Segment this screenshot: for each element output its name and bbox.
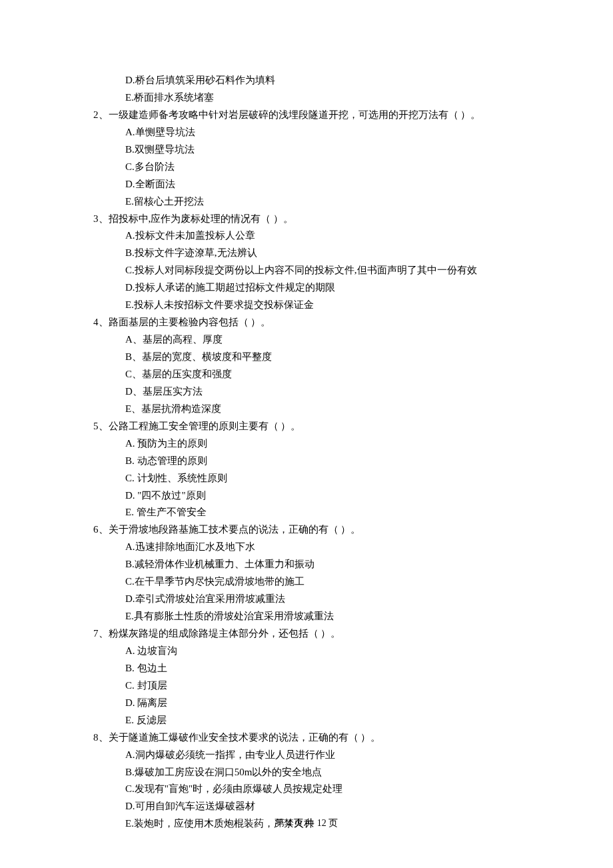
question-number: 8、 bbox=[93, 732, 109, 743]
option-line: A.洞内爆破必须统一指挥，由专业人员进行作业 bbox=[93, 747, 520, 764]
option-line: D.可用自卸汽车运送爆破器材 bbox=[93, 798, 520, 815]
blank-marker: （ ）。 bbox=[328, 524, 361, 535]
question-stem: 7、粉煤灰路堤的组成除路堤主体部分外，还包括（ ）。 bbox=[93, 625, 520, 643]
option-line: B. 动态管理的原则 bbox=[93, 453, 520, 470]
option-line: C. 封顶层 bbox=[93, 677, 520, 695]
option-line: C.多台阶法 bbox=[93, 159, 520, 176]
option-line: A.迅速排除地面汇水及地下水 bbox=[93, 539, 520, 556]
option-line: D、基层压实方法 bbox=[93, 383, 520, 401]
question-text: 招投标中,应作为废标处理的情况有 bbox=[109, 213, 261, 224]
question-number: 2、 bbox=[93, 109, 109, 120]
option-line: A. 边坡盲沟 bbox=[93, 643, 520, 660]
question-text: 公路工程施工安全管理的原则主要有 bbox=[109, 421, 269, 431]
option-line: D. "四不放过"原则 bbox=[93, 487, 520, 505]
question-number: 7、 bbox=[93, 628, 109, 639]
question-number: 6、 bbox=[93, 524, 109, 535]
option-line: E.具有膨胀土性质的滑坡处治宜采用滑坡减重法 bbox=[93, 608, 520, 625]
question-text: 关于隧道施工爆破作业安全技术要求的说法，正确的有 bbox=[109, 732, 348, 743]
blank-marker: （ ）。 bbox=[308, 628, 341, 639]
option-line: B.减轻滑体作业机械重力、土体重力和振动 bbox=[93, 556, 520, 573]
blank-marker: （ ）。 bbox=[239, 317, 271, 327]
option-line: D.全断面法 bbox=[93, 176, 520, 193]
option-line: C、基层的压实度和强度 bbox=[93, 366, 520, 383]
option-line: E. 反滤层 bbox=[93, 712, 520, 729]
option-line: E.留核心土开挖法 bbox=[93, 193, 520, 211]
question-stem: 8、关于隧道施工爆破作业安全技术要求的说法，正确的有（ ）。 bbox=[93, 729, 520, 747]
option-line: E. 管生产不管安全 bbox=[93, 504, 520, 521]
option-line: B.爆破加工房应设在洞口50m以外的安全地点 bbox=[93, 764, 520, 781]
option-line: E.投标人未按招标文件要求提交投标保证金 bbox=[93, 297, 520, 314]
question-number: 5、 bbox=[93, 421, 109, 431]
option-line: A.投标文件未加盖投标人公章 bbox=[93, 227, 520, 245]
option-line: E、基层抗滑构造深度 bbox=[93, 401, 520, 418]
blank-marker: （ ）。 bbox=[448, 109, 481, 120]
option-line: B.双恻壁导坑法 bbox=[93, 141, 520, 159]
option-line: C. 计划性、系统性原则 bbox=[93, 470, 520, 487]
question-number: 3、 bbox=[93, 213, 109, 224]
question-text: 路面基层的主要检验内容包括 bbox=[109, 317, 239, 327]
blank-marker: （ ）。 bbox=[348, 732, 381, 743]
question-text: 关于滑坡地段路基施工技术要点的说法，正确的有 bbox=[109, 524, 328, 535]
page-content: D.桥台后填筑采用砂石料作为填料E.桥面排水系统堵塞2、一级建造师备考攻略中针对… bbox=[0, 0, 613, 833]
option-line: A、基层的高程、厚度 bbox=[93, 331, 520, 349]
question-text: 粉煤灰路堤的组成除路堤主体部分外，还包括 bbox=[109, 628, 308, 639]
question-stem: 4、路面基层的主要检验内容包括（ ）。 bbox=[93, 314, 520, 331]
option-line: D.牵引式滑坡处治宜采用滑坡减重法 bbox=[93, 591, 520, 608]
option-line: B. 包边土 bbox=[93, 660, 520, 677]
question-stem: 2、一级建造师备考攻略中针对岩层破碎的浅埋段隧道开挖，可选用的开挖万法有（ ）。 bbox=[93, 107, 520, 124]
question-stem: 6、关于滑坡地段路基施工技术要点的说法，正确的有（ ）。 bbox=[93, 521, 520, 539]
question-stem: 5、公路工程施工安全管理的原则主要有（ ）。 bbox=[93, 418, 520, 435]
blank-marker: （ ）。 bbox=[261, 213, 293, 224]
option-line: C.在干旱季节内尽快完成滑坡地带的施工 bbox=[93, 573, 520, 591]
option-line: D.桥台后填筑采用砂石料作为填料 bbox=[93, 72, 520, 89]
blank-marker: （ ）。 bbox=[269, 421, 301, 431]
question-number: 4、 bbox=[93, 317, 109, 327]
option-line: D.投标人承诺的施工期超过招标文件规定的期限 bbox=[93, 279, 520, 297]
option-line: C.投标人对同标段提交两份以上内容不同的投标文件,但书面声明了其中一份有效 bbox=[93, 262, 520, 279]
option-line: A. 预防为主的原则 bbox=[93, 435, 520, 453]
option-line: E.桥面排水系统堵塞 bbox=[93, 89, 520, 107]
option-line: B、基层的宽度、横坡度和平整度 bbox=[93, 349, 520, 366]
option-line: D. 隔离层 bbox=[93, 695, 520, 712]
question-text: 一级建造师备考攻略中针对岩层破碎的浅埋段隧道开挖，可选用的开挖万法有 bbox=[109, 109, 448, 120]
option-line: B.投标文件字迹潦草,无法辨认 bbox=[93, 245, 520, 262]
question-stem: 3、招投标中,应作为废标处理的情况有（ ）。 bbox=[93, 211, 520, 228]
option-line: A.单恻壁导坑法 bbox=[93, 124, 520, 141]
option-line: C.发现有"盲炮"时，必须由原爆破人员按规定处理 bbox=[93, 781, 520, 798]
page-footer: 第 4 页 共 12 页 bbox=[0, 817, 613, 829]
